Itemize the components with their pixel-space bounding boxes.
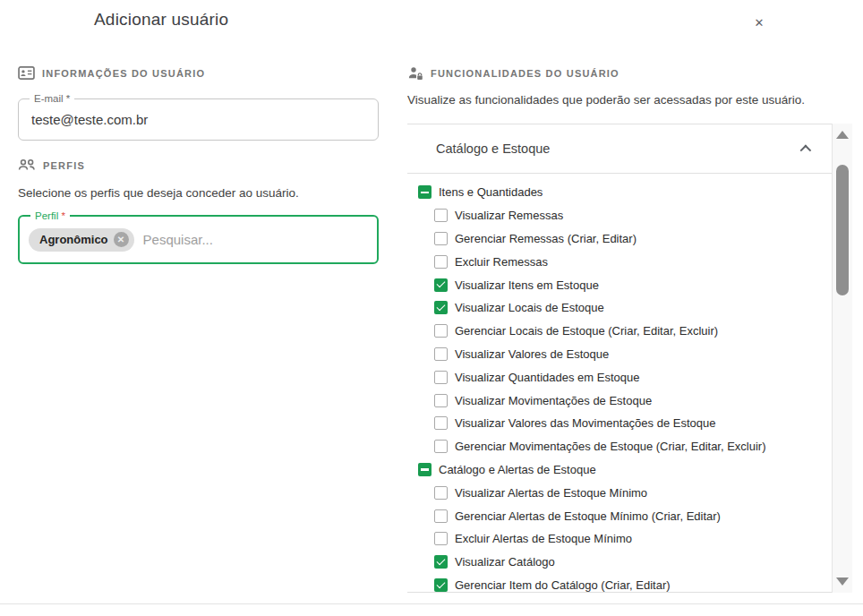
feature-row: Visualizar Valores das Movimentações de … xyxy=(407,412,832,435)
feature-row: Visualizar Valores de Estoque xyxy=(407,343,832,366)
checkbox-indeterminate[interactable] xyxy=(418,185,432,199)
person-lock-icon xyxy=(407,66,423,81)
scrollbar[interactable] xyxy=(832,124,852,593)
features-description: Visualize as funcionalidades que poderão… xyxy=(407,93,805,107)
feature-label: Catálogo e Alertas de Estoque xyxy=(439,463,596,476)
feature-row: Gerenciar Movimentações de Estoque (Cria… xyxy=(407,435,832,458)
checkbox-unchecked[interactable] xyxy=(434,347,448,361)
features-section-title: FUNCIONALIDADES DO USUÁRIO xyxy=(431,68,619,79)
page-title: Adicionar usuário xyxy=(94,10,228,30)
feature-row: Excluir Alertas de Estoque Mínimo xyxy=(407,527,832,551)
feature-label: Excluir Remessas xyxy=(455,255,548,269)
checkbox-checked[interactable] xyxy=(434,301,448,314)
profile-chip-label: Agronômico xyxy=(39,233,108,246)
scrollbar-down-arrow-icon[interactable] xyxy=(836,578,849,586)
feature-label: Visualizar Locais de Estoque xyxy=(455,301,604,314)
feature-label: Visualizar Itens em Estoque xyxy=(455,278,599,292)
close-icon[interactable]: ✕ xyxy=(750,13,768,31)
checkbox-unchecked[interactable] xyxy=(434,232,448,245)
perfil-field-container: Perfil * Agronômico✕ xyxy=(18,215,379,264)
feature-row: Itens e Quantidades xyxy=(407,181,832,204)
group-icon xyxy=(18,158,36,172)
checkbox-unchecked[interactable] xyxy=(434,416,448,430)
feature-row: Gerenciar Locais de Estoque (Criar, Edit… xyxy=(407,320,832,343)
accordion-catalogo-estoque[interactable]: Catálogo e Estoque xyxy=(407,124,832,174)
checkbox-unchecked[interactable] xyxy=(434,532,448,545)
feature-row: Visualizar Catálogo xyxy=(407,551,832,574)
checkbox-unchecked[interactable] xyxy=(434,324,448,338)
feature-label: Visualizar Alertas de Estoque Mínimo xyxy=(455,486,647,500)
accordion-title: Catálogo e Estoque xyxy=(436,141,550,156)
feature-tree: Itens e QuantidadesVisualizar RemessasGe… xyxy=(407,174,832,593)
checkbox-unchecked[interactable] xyxy=(434,486,448,500)
email-field-container: E-mail * xyxy=(18,98,379,141)
checkbox-checked[interactable] xyxy=(434,278,448,292)
feature-row: Visualizar Quantidades em Estoque xyxy=(407,365,832,389)
feature-label: Gerenciar Item do Catálogo (Criar, Edita… xyxy=(455,578,671,592)
chevron-up-icon xyxy=(800,144,812,156)
features-section-header: FUNCIONALIDADES DO USUÁRIO xyxy=(407,66,619,81)
checkbox-unchecked[interactable] xyxy=(434,509,448,523)
feature-row: Visualizar Itens em Estoque xyxy=(407,273,832,296)
checkbox-unchecked[interactable] xyxy=(434,371,448,384)
feature-row: Gerenciar Alertas de Estoque Mínimo (Cri… xyxy=(407,504,832,527)
feature-row: Excluir Remessas xyxy=(407,250,832,273)
feature-row: Visualizar Locais de Estoque xyxy=(407,296,832,320)
profile-chip: Agronômico✕ xyxy=(29,228,134,252)
feature-label: Visualizar Movimentações de Estoque xyxy=(455,394,652,407)
feature-label: Visualizar Catálogo xyxy=(455,555,555,569)
user-info-section-header: INFORMAÇÕES DO USUÁRIO xyxy=(18,66,205,80)
feature-row: Gerenciar Remessas (Criar, Editar) xyxy=(407,227,832,251)
profile-search-input[interactable] xyxy=(143,232,368,247)
email-field-label: E-mail * xyxy=(30,93,74,105)
feature-label: Excluir Alertas de Estoque Mínimo xyxy=(455,532,632,545)
profiles-section-title: PERFIS xyxy=(43,160,85,171)
checkbox-indeterminate[interactable] xyxy=(418,463,432,476)
required-asterisk: * xyxy=(61,210,64,221)
profiles-section-header: PERFIS xyxy=(18,158,85,172)
footer-divider xyxy=(0,603,863,604)
email-field[interactable] xyxy=(19,99,378,140)
feature-label: Gerenciar Remessas (Criar, Editar) xyxy=(455,232,637,245)
feature-row: Catálogo e Alertas de Estoque xyxy=(407,458,832,482)
feature-label: Itens e Quantidades xyxy=(439,185,543,199)
checkbox-checked[interactable] xyxy=(434,578,448,592)
checkbox-unchecked[interactable] xyxy=(434,440,448,453)
scrollbar-up-arrow-icon[interactable] xyxy=(836,131,849,139)
feature-row: Visualizar Alertas de Estoque Mínimo xyxy=(407,481,832,504)
feature-label: Visualizar Valores das Movimentações de … xyxy=(455,416,715,430)
chip-remove-icon[interactable]: ✕ xyxy=(114,232,129,247)
checkbox-unchecked[interactable] xyxy=(434,209,448,222)
features-scroll-panel: Catálogo e Estoque Itens e QuantidadesVi… xyxy=(407,124,832,593)
feature-label: Gerenciar Alertas de Estoque Mínimo (Cri… xyxy=(455,509,721,523)
feature-row: Gerenciar Item do Catálogo (Criar, Edita… xyxy=(407,574,832,593)
checkbox-unchecked[interactable] xyxy=(434,255,448,269)
profiles-description: Selecione os perfis que deseja conceder … xyxy=(18,186,299,200)
contact-card-icon xyxy=(18,66,35,80)
checkbox-unchecked[interactable] xyxy=(434,394,448,407)
feature-label: Visualizar Remessas xyxy=(455,209,563,222)
feature-label: Visualizar Valores de Estoque xyxy=(455,347,609,361)
chip-container: Agronômico✕ xyxy=(29,228,134,252)
feature-label: Gerenciar Movimentações de Estoque (Cria… xyxy=(455,440,766,453)
user-info-section-title: INFORMAÇÕES DO USUÁRIO xyxy=(42,68,205,79)
perfil-field-label: Perfil * xyxy=(30,210,70,222)
feature-label: Gerenciar Locais de Estoque (Criar, Edit… xyxy=(455,324,718,338)
feature-row: Visualizar Remessas xyxy=(407,204,832,227)
scrollbar-thumb[interactable] xyxy=(836,165,849,295)
add-user-dialog: Adicionar usuário ✕ INFORMAÇÕES DO USUÁR… xyxy=(0,0,863,616)
feature-label: Visualizar Quantidades em Estoque xyxy=(455,371,639,384)
checkbox-checked[interactable] xyxy=(434,555,448,569)
feature-row: Visualizar Movimentações de Estoque xyxy=(407,389,832,412)
